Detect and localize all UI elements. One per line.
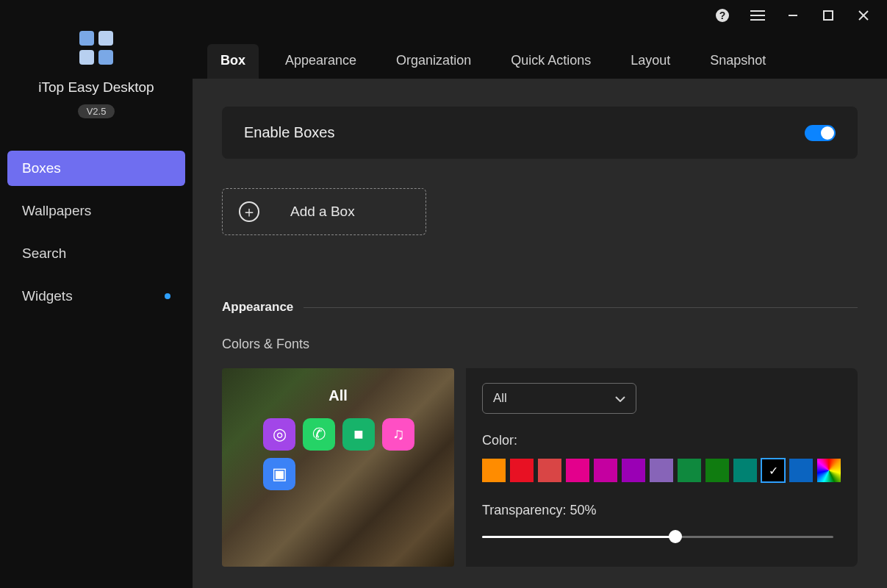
sidebar-nav: BoxesWallpapersSearchWidgets — [0, 151, 193, 314]
divider — [304, 307, 858, 308]
color-swatch[interactable] — [817, 459, 841, 482]
tab-layout[interactable]: Layout — [617, 44, 683, 79]
app-logo-icon — [78, 29, 115, 66]
music-icon: ♫ — [382, 418, 414, 451]
notification-dot-icon — [165, 293, 170, 299]
tab-organization[interactable]: Organization — [383, 44, 484, 79]
svg-rect-1 — [98, 31, 113, 46]
transparency-value: 50% — [570, 503, 596, 517]
color-swatch[interactable] — [733, 459, 757, 482]
svg-text:?: ? — [719, 10, 726, 21]
svg-rect-3 — [98, 50, 113, 65]
close-button[interactable] — [856, 8, 871, 23]
color-swatch[interactable] — [678, 459, 701, 482]
appearance-controls: All Color: Transparency: 50% — [466, 368, 858, 567]
image-icon: ▣ — [263, 458, 295, 490]
sidebar-item-label: Boxes — [22, 160, 61, 176]
tab-appearance[interactable]: Appearance — [272, 44, 370, 79]
add-box-button[interactable]: ＋ Add a Box — [222, 188, 426, 235]
color-swatch[interactable] — [510, 459, 534, 482]
minimize-button[interactable] — [786, 8, 800, 23]
tabs: BoxAppearanceOrganizationQuick ActionsLa… — [193, 31, 887, 79]
tab-quick-actions[interactable]: Quick Actions — [498, 44, 604, 79]
sidebar-item-label: Wallpapers — [22, 203, 91, 219]
enable-boxes-toggle[interactable] — [805, 125, 836, 141]
transparency-label: Transparency: — [482, 503, 566, 517]
chrome-icon: ◎ — [263, 418, 295, 451]
color-swatch[interactable] — [594, 459, 617, 482]
color-swatch[interactable] — [566, 459, 589, 482]
tab-box[interactable]: Box — [207, 44, 259, 79]
titlebar: ? — [193, 0, 887, 31]
appearance-heading: Appearance — [222, 300, 858, 315]
color-swatch[interactable] — [761, 459, 785, 482]
slider-fill — [482, 536, 675, 538]
app-title: iTop Easy Desktop — [38, 79, 154, 96]
colors-fonts-label: Colors & Fonts — [222, 337, 858, 352]
svg-rect-10 — [824, 11, 833, 20]
color-label: Color: — [482, 433, 841, 448]
color-swatch[interactable] — [482, 459, 506, 482]
menu-icon[interactable] — [750, 8, 765, 23]
chevron-down-icon — [615, 391, 625, 406]
box-preview: All ◎ ✆ ■ ♫ ▣ — [222, 368, 454, 567]
whatsapp-icon: ✆ — [303, 418, 335, 451]
appearance-title: Appearance — [222, 300, 293, 315]
color-swatch[interactable] — [622, 459, 645, 482]
color-swatch[interactable] — [650, 459, 673, 482]
preview-icons: ◎ ✆ ■ ♫ ▣ — [263, 418, 414, 490]
sidebar-item-widgets[interactable]: Widgets — [7, 279, 185, 314]
dropdown-value: All — [493, 391, 507, 406]
main-panel: ? BoxAppearanceOrganizationQuick Actions… — [193, 0, 887, 588]
color-swatch[interactable] — [705, 459, 729, 482]
preview-title: All — [222, 387, 454, 404]
color-swatches — [482, 459, 841, 482]
version-badge: V2.5 — [78, 104, 115, 118]
add-box-label: Add a Box — [290, 204, 355, 220]
sidebar-item-search[interactable]: Search — [7, 236, 185, 271]
sidebar-item-boxes[interactable]: Boxes — [7, 151, 185, 186]
enable-boxes-card: Enable Boxes — [222, 107, 858, 159]
sidebar-item-label: Widgets — [22, 288, 73, 304]
enable-boxes-label: Enable Boxes — [244, 124, 334, 141]
sidebar: iTop Easy Desktop V2.5 BoxesWallpapersSe… — [0, 0, 193, 588]
color-swatch[interactable] — [789, 459, 813, 482]
sidebar-item-label: Search — [22, 245, 66, 262]
slider-thumb[interactable] — [669, 530, 682, 543]
logo-block: iTop Easy Desktop V2.5 — [0, 29, 193, 118]
tab-snapshot[interactable]: Snapshot — [697, 44, 779, 79]
color-swatch[interactable] — [538, 459, 561, 482]
maximize-button[interactable] — [821, 8, 836, 23]
svg-rect-0 — [79, 31, 94, 46]
camera-icon: ■ — [342, 418, 375, 451]
help-icon[interactable]: ? — [715, 8, 730, 23]
scope-dropdown[interactable]: All — [482, 383, 636, 414]
transparency-row: Transparency: 50% — [482, 503, 841, 518]
sidebar-item-wallpapers[interactable]: Wallpapers — [7, 193, 185, 229]
plus-icon: ＋ — [239, 201, 259, 222]
transparency-slider[interactable] — [482, 530, 833, 543]
svg-rect-2 — [79, 50, 94, 65]
content-area: Enable Boxes ＋ Add a Box Appearance Colo… — [193, 79, 887, 588]
